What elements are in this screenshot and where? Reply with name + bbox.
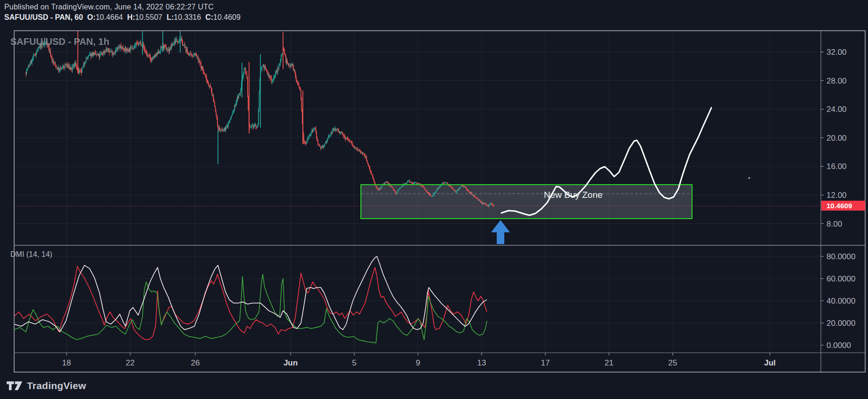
dmi-line--DI — [14, 266, 487, 340]
svg-text:16.00: 16.00 — [826, 162, 847, 171]
chart-canvas[interactable]: 32.0028.0024.0020.0016.0012.008.0080.000… — [0, 0, 868, 399]
svg-text:5: 5 — [352, 358, 356, 367]
buy-zone-fill-layer — [361, 185, 692, 219]
svg-text:25: 25 — [668, 358, 677, 367]
tradingview-logo-text: TradingView — [27, 380, 86, 391]
svg-text:Jun: Jun — [284, 358, 298, 367]
dmi-line-+DI — [14, 274, 487, 343]
svg-text:60.0000: 60.0000 — [826, 274, 855, 283]
ohlc-values: O:10.4664H:10.5507L:10.3316C:10.4609 — [83, 13, 241, 21]
svg-text:0.0000: 0.0000 — [826, 341, 851, 350]
svg-text:20.00: 20.00 — [826, 134, 847, 143]
svg-text:26: 26 — [191, 358, 200, 367]
svg-text:17: 17 — [541, 358, 550, 367]
symbol-ohlc-line: SAFUU/USD - PAN, 60O:10.4664H:10.5507L:1… — [4, 13, 241, 22]
svg-text:80.0000: 80.0000 — [826, 252, 855, 261]
svg-text:9: 9 — [416, 358, 420, 367]
candles-layer — [25, 31, 494, 207]
svg-text:32.00: 32.00 — [826, 48, 847, 57]
svg-text:Jul: Jul — [764, 358, 776, 367]
svg-text:40.0000: 40.0000 — [826, 297, 855, 306]
svg-text:13: 13 — [477, 358, 486, 367]
published-chart-page: Published on TradingView.com, June 14, 2… — [0, 0, 868, 399]
dmi-lines[interactable] — [14, 256, 487, 343]
svg-text:28.00: 28.00 — [826, 76, 847, 85]
tradingview-logo-icon — [7, 380, 23, 392]
buy-zone-label[interactable]: New Buy Zone — [538, 190, 609, 200]
dmi-indicator-label: DMI (14, 14) — [10, 250, 52, 259]
tradingview-logo[interactable]: TradingView — [7, 380, 86, 392]
published-line: Published on TradingView.com, June 14, 2… — [4, 3, 214, 11]
price-axis[interactable]: 32.0028.0024.0020.0016.0012.008.0080.000… — [821, 48, 855, 350]
svg-text:8.00: 8.00 — [826, 220, 842, 229]
svg-text:21: 21 — [605, 358, 614, 367]
symbol-watermark: SAFUU/USD - PAN, 1h — [10, 36, 109, 47]
symbol-title: SAFUU/USD - PAN, 60 — [4, 13, 83, 21]
svg-text:24.00: 24.00 — [826, 105, 847, 114]
time-axis[interactable]: 182226Jun5913172125Jul — [62, 353, 776, 367]
current-price-badge: 10.4609 — [821, 201, 865, 211]
svg-text:12.00: 12.00 — [826, 191, 847, 200]
svg-text:18: 18 — [62, 358, 71, 367]
svg-text:20.0000: 20.0000 — [826, 319, 855, 328]
svg-text:22: 22 — [126, 358, 135, 367]
